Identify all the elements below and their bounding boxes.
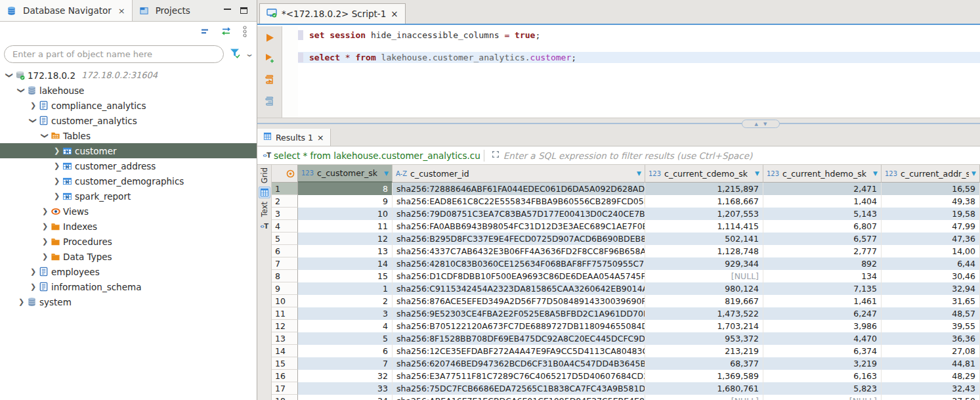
cell-c_customer_id[interactable]: sha256:620746BED947362BCD6CF31B0A4C547DD… [393, 357, 645, 370]
text-view-icon[interactable]: ‹›T [259, 220, 270, 232]
tree-item-customer-address[interactable]: ❯customer_address [0, 158, 257, 173]
cell-c_customer_id[interactable]: sha256:42810C83B0360CE125634F068BAF8FF75… [393, 257, 645, 270]
grid-corner-cell[interactable] [272, 165, 298, 183]
column-dropdown-icon[interactable]: ▼ [969, 170, 976, 177]
cell-c_current_addr_sk[interactable]: 14,00 [882, 245, 980, 257]
cell-c_customer_id[interactable]: sha256:EAD8E61C8C22E555834FBBA9B60556CB2… [393, 195, 645, 208]
collapse-down-icon[interactable]: ▼ [763, 122, 767, 127]
cell-c_current_hdemo_sk[interactable]: 6,807 [763, 220, 882, 233]
expand-chevron-icon[interactable]: ❯ [16, 298, 27, 306]
filter-funnel-icon[interactable] [229, 47, 241, 60]
table-row[interactable]: 157sha256:620746BED947362BCD6CF31B0A4C54… [272, 357, 980, 370]
row-number[interactable]: 6 [272, 245, 298, 257]
cell-c_customer_sk[interactable]: 8 [298, 183, 393, 195]
row-number[interactable]: 11 [272, 307, 298, 320]
tree-item-172.18.0.2[interactable]: ❯172.18.0.2172.18.0.2:31604 [0, 68, 257, 83]
expand-chevron-icon[interactable]: ❯ [51, 177, 62, 185]
collapse-chevron-icon[interactable]: ❯ [17, 85, 26, 96]
table-row[interactable]: 815sha256:D1CDF8DBB10F500EA9693C86DE6DEA… [272, 270, 980, 282]
tree-item-spark-report[interactable]: ❯spark_report [0, 189, 257, 204]
column-header-c_customer_sk[interactable]: 123c_customer_sk▼ [298, 165, 393, 183]
maximize-icon[interactable] [240, 7, 247, 14]
expand-chevron-icon[interactable]: ❯ [39, 207, 51, 215]
expand-chevron-icon[interactable]: ❯ [51, 192, 62, 200]
cell-c_current_cdemo_sk[interactable]: 1,207,553 [645, 208, 763, 220]
cell-c_customer_sk[interactable]: 12 [298, 233, 393, 245]
cell-c_current_cdemo_sk[interactable]: 1,369,589 [645, 370, 763, 382]
row-number[interactable]: 9 [272, 282, 298, 295]
row-number[interactable]: 1 [272, 183, 298, 195]
cell-c_customer_id[interactable]: sha256:8F1528BB708DF69EB475DC92A8C20EC44… [393, 332, 645, 345]
cell-c_current_cdemo_sk[interactable]: 1,703,214 [645, 320, 763, 332]
explain-plan-icon[interactable] [265, 96, 275, 109]
cell-c_current_hdemo_sk[interactable]: 6,374 [763, 345, 882, 357]
link-with-editor-icon[interactable] [221, 26, 232, 38]
column-header-c_current_cdemo_sk[interactable]: 123c_current_cdemo_sk▼ [645, 165, 763, 183]
cell-c_customer_sk[interactable]: 7 [298, 357, 393, 370]
table-row[interactable]: 113sha256:9E52303CE4FBA2E2F0525E8A5BFBD2… [272, 307, 980, 320]
editor-code[interactable]: set session hide_inaccessible_columns = … [298, 26, 980, 118]
cell-c_current_addr_sk[interactable]: 49,38 [882, 195, 980, 208]
tree-item-customer[interactable]: ❯customer [0, 143, 257, 158]
cell-c_customer_sk[interactable]: 32 [298, 370, 393, 382]
collapse-chevron-icon[interactable]: ❯ [5, 70, 14, 81]
cell-c_current_hdemo_sk[interactable]: 6,577 [763, 233, 882, 245]
cell-c_current_cdemo_sk[interactable]: 1,680,761 [645, 382, 763, 395]
cell-c_current_hdemo_sk[interactable]: 1,404 [763, 195, 882, 208]
close-icon[interactable]: × [118, 6, 125, 16]
table-row[interactable]: 29sha256:EAD8E61C8C22E555834FBBA9B60556C… [272, 195, 980, 208]
tree-item-employees[interactable]: ❯employees [0, 264, 257, 279]
cell-c_current_addr_sk[interactable]: 6,44 [882, 257, 980, 270]
cell-c_current_hdemo_sk[interactable]: 3,986 [763, 320, 882, 332]
cell-c_current_cdemo_sk[interactable]: 213,219 [645, 345, 763, 357]
tab-projects[interactable]: Projects [133, 0, 197, 21]
cell-c_current_addr_sk[interactable]: 48,29 [882, 370, 980, 382]
cell-c_customer_id[interactable]: sha256:876ACE5EFED349A2D56F77D5084891433… [393, 295, 645, 307]
grid-view-icon[interactable] [259, 187, 270, 198]
row-number[interactable]: 17 [272, 382, 298, 395]
row-number[interactable]: 14 [272, 345, 298, 357]
chevron-down-icon[interactable]: ⌄ [245, 49, 254, 58]
collapse-chevron-icon[interactable]: ❯ [41, 130, 49, 141]
row-number[interactable]: 10 [272, 295, 298, 307]
row-number[interactable]: 5 [272, 233, 298, 245]
cell-c_current_cdemo_sk[interactable]: 929,344 [645, 257, 763, 270]
cell-c_current_addr_sk[interactable]: 36,36 [882, 332, 980, 345]
expand-chevron-icon[interactable]: ❯ [28, 282, 39, 291]
column-header-c_current_addr_sk[interactable]: 123c_current_addr_sk▼ [882, 165, 980, 183]
cell-c_current_hdemo_sk[interactable]: 2,777 [763, 245, 882, 257]
grid-view-tab[interactable]: Grid [260, 167, 269, 183]
cell-c_current_hdemo_sk[interactable]: 134 [763, 270, 882, 282]
minimize-icon[interactable] [224, 9, 231, 11]
cell-c_current_cdemo_sk[interactable]: 953,372 [645, 332, 763, 345]
table-row[interactable]: 146sha256:12CE35EFDABF272A4A47E9FA9CC5D4… [272, 345, 980, 357]
cell-c_current_addr_sk[interactable]: 47,36 [882, 233, 980, 245]
cell-c_customer_sk[interactable]: 9 [298, 195, 393, 208]
tree-item-indexes[interactable]: ❯Indexes [0, 219, 257, 234]
column-dropdown-icon[interactable]: ▼ [870, 170, 878, 177]
table-row[interactable]: 1632sha256:E3A77511F81C7289C76C4065217D5… [272, 370, 980, 382]
cell-c_customer_id[interactable]: sha256:75DC7FCB6686EDA72565C1B838CA7FC43… [393, 382, 645, 395]
tree-item-information-schema[interactable]: ❯information_schema [0, 279, 257, 294]
cell-c_current_hdemo_sk[interactable]: 7,135 [763, 282, 882, 295]
cell-c_customer_id[interactable]: sha256:E3A77511F81C7289C76C4065217D5D406… [393, 370, 645, 382]
expand-chevron-icon[interactable]: ❯ [39, 252, 51, 261]
expand-chevron-icon[interactable]: ❯ [51, 162, 62, 170]
cell-c_customer_id[interactable]: sha256:ABEA16E7E1ECBDCA6E01CE1095D84E37C… [393, 395, 645, 400]
cell-c_customer_id[interactable]: sha256:79D08751C3EA7C83BA57D177E00413D0C… [393, 208, 645, 220]
execute-script-icon[interactable] [265, 74, 275, 87]
tree-item-customer-analytics[interactable]: ❯customer_analytics [0, 113, 257, 128]
column-dropdown-icon[interactable]: ▼ [634, 170, 641, 177]
row-number[interactable]: 18 [272, 395, 298, 400]
execute-statement-icon[interactable] [265, 33, 274, 45]
table-row[interactable]: 310sha256:79D08751C3EA7C83BA57D177E00413… [272, 208, 980, 220]
cell-c_customer_id[interactable]: sha256:B705122120A673FC7DE6889727DB11809… [393, 320, 645, 332]
expand-chevron-icon[interactable]: ❯ [51, 146, 62, 155]
view-menu-icon[interactable] [242, 26, 247, 39]
cell-c_current_cdemo_sk[interactable]: 1,215,897 [645, 183, 763, 195]
results-filter-input[interactable] [503, 150, 977, 161]
cell-c_current_hdemo_sk[interactable]: 5,143 [763, 208, 882, 220]
expand-chevron-icon[interactable]: ❯ [39, 222, 51, 231]
tab-sql-script[interactable]: *<172.18.0.2> Script-1 × [259, 3, 406, 24]
expand-chevron-icon[interactable]: ❯ [28, 267, 39, 276]
